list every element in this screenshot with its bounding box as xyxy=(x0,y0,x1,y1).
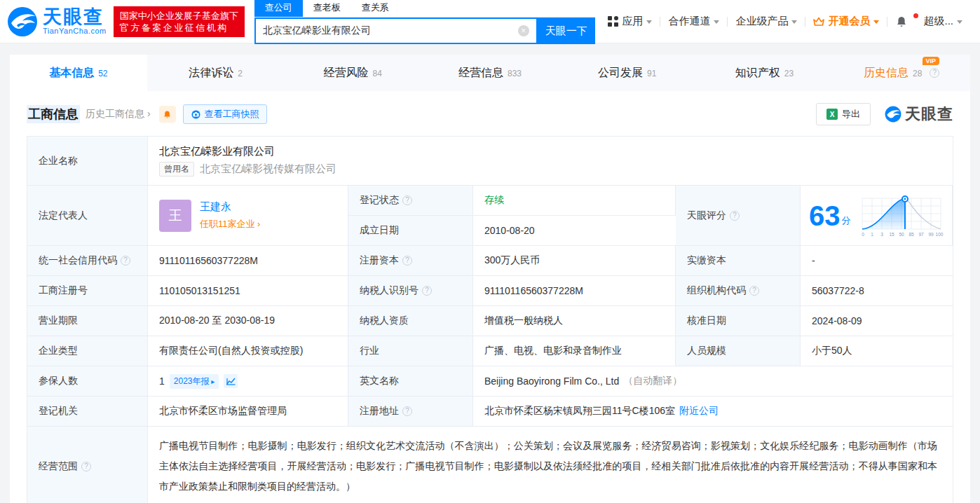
help-icon[interactable] xyxy=(402,195,412,205)
search-clear-icon[interactable] xyxy=(518,25,529,36)
tab-history-info[interactable]: VIP 历史信息 28 xyxy=(833,55,970,91)
help-icon[interactable] xyxy=(81,462,91,471)
reg-authority-value: 北京市怀柔区市场监督管理局 xyxy=(148,397,348,427)
table-row: 参保人数 1 2023年报 英文名称 Beijing Baoyirong Fil… xyxy=(27,366,953,397)
trend-chart-icon[interactable] xyxy=(224,374,238,388)
company-type-value: 有限责任公司(自然人投资或控股) xyxy=(148,336,348,366)
reg-address-cell: 北京市怀柔区杨宋镇凤翔三园11号C楼106室 附近公司 xyxy=(473,397,953,427)
table-row: 经营范围 广播电视节目制作；电影摄制；电影发行；组织文化艺术交流活动（不含演出）… xyxy=(27,427,953,503)
svg-text:1: 1 xyxy=(871,232,873,237)
tianyancha-logo[interactable]: 天眼查 TianYanCha.com xyxy=(7,6,107,37)
help-icon[interactable] xyxy=(121,256,130,266)
insured-cell: 1 2023年报 xyxy=(148,366,348,397)
field-label: 法定代表人 xyxy=(27,186,148,246)
table-row: 统一社会信用代码 91110116560377228M 注册资本 300万人民币… xyxy=(27,246,953,276)
crown-icon xyxy=(813,17,824,27)
legal-rep-companies-link[interactable]: 任职11家企业 xyxy=(200,218,260,230)
auto-translate-note: （自动翻译） xyxy=(623,375,682,387)
help-icon[interactable] xyxy=(930,68,939,78)
nav-coop[interactable]: 合作通道 xyxy=(660,15,727,28)
nav-apps[interactable]: 应用 xyxy=(600,15,660,28)
tab-intellectual-property[interactable]: 知识产权 23 xyxy=(696,55,833,91)
nav-super-vip[interactable]: 超级... xyxy=(916,15,970,28)
help-icon[interactable] xyxy=(402,406,412,416)
search-tab-company[interactable]: 查公司 xyxy=(254,0,303,17)
watermark-logo-icon xyxy=(885,106,901,123)
field-label: 注册资本 xyxy=(348,246,473,276)
tab-operating-risk[interactable]: 经营风险 84 xyxy=(284,55,421,91)
main-card: 基本信息 52 法律诉讼 2 经营风险 84 经营信息 833 公司发展 91 … xyxy=(10,55,970,503)
help-icon[interactable] xyxy=(749,286,759,296)
chart-axis-labels: 0 1 3 15 50 85 97 99 100 xyxy=(862,232,944,237)
table-row: 法定代表人 王 王建永 任职11家企业 登记状态 存续 天眼评分 63 分 xyxy=(27,186,953,246)
est-date-value: 2010-08-20 xyxy=(473,216,676,246)
tab-basic-info[interactable]: 基本信息 52 xyxy=(10,55,147,91)
score-cell[interactable]: 63 分 xyxy=(801,186,953,246)
field-label: 统一社会信用代码 xyxy=(27,246,148,276)
monitor-bell-button[interactable] xyxy=(159,106,176,123)
field-label: 纳税人识别号 xyxy=(348,276,473,306)
tab-company-development[interactable]: 公司发展 91 xyxy=(559,55,696,91)
score-value: 63 xyxy=(809,202,841,230)
field-label: 组织机构代码 xyxy=(676,276,801,306)
vip-badge: VIP xyxy=(923,57,940,65)
chevron-down-icon xyxy=(646,20,652,24)
help-icon[interactable] xyxy=(730,211,740,221)
org-code-value: 56037722-8 xyxy=(801,276,953,306)
search-tab-relation[interactable]: 查关系 xyxy=(351,0,400,17)
paid-capital-value: - xyxy=(801,246,953,276)
reg-capital-value: 300万人民币 xyxy=(473,246,676,276)
svg-text:3: 3 xyxy=(880,232,883,237)
nearby-companies-link[interactable]: 附近公司 xyxy=(679,405,719,418)
table-row: 营业期限 2010-08-20 至 2030-08-19 纳税人资质 增值税一般… xyxy=(27,306,953,336)
section-toolbar: 工商信息 历史工商信息 查看工商快照 X 导出 xyxy=(10,91,970,135)
export-button[interactable]: X 导出 xyxy=(816,103,871,125)
legal-rep-cell: 王 王建永 任职11家企业 xyxy=(148,186,348,246)
camera-icon xyxy=(191,110,201,119)
approval-date-value: 2024-08-09 xyxy=(801,306,953,336)
staff-size-value: 小于50人 xyxy=(801,336,953,366)
tab-operating-info[interactable]: 经营信息 833 xyxy=(421,55,559,91)
tianyancha-logo-icon xyxy=(7,6,38,37)
english-name-cell: Beijing Baoyirong Film Co., Ltd （自动翻译） xyxy=(473,366,953,397)
search-button[interactable]: 天眼一下 xyxy=(538,18,595,44)
field-label: 参保人数 xyxy=(27,366,148,397)
industry-value: 广播、电视、电影和录音制作业 xyxy=(473,336,676,366)
search-input[interactable] xyxy=(263,25,518,36)
annual-report-badge[interactable]: 2023年报 xyxy=(170,374,219,389)
nav-enterprise[interactable]: 企业级产品 xyxy=(728,15,805,28)
top-header: 天眼查 TianYanCha.com 国家中小企业发展子基金旗下 官方备案企业征… xyxy=(0,0,980,43)
search-area: 查公司 查老板 查关系 天眼一下 xyxy=(254,0,595,44)
english-name: Beijing Baoyirong Film Co., Ltd xyxy=(484,375,619,387)
help-icon[interactable] xyxy=(422,286,432,296)
legal-rep-name-link[interactable]: 王建永 xyxy=(200,200,260,214)
avatar[interactable]: 王 xyxy=(159,200,191,232)
former-name-badge: 曾用名 xyxy=(159,162,194,177)
insured-count: 1 xyxy=(159,375,165,387)
history-business-info-link[interactable]: 历史工商信息 xyxy=(86,108,151,120)
company-name-cell: 北京宝亿嵘影业有限公司 曾用名 北京宝亿嵘影视传媒有限公司 xyxy=(148,137,953,186)
nav-notifications[interactable] xyxy=(887,15,916,28)
field-label: 工商注册号 xyxy=(27,276,148,306)
field-label: 成立日期 xyxy=(348,216,473,246)
nav-vip[interactable]: 开通会员 xyxy=(805,15,887,28)
search-tab-boss[interactable]: 查老板 xyxy=(303,0,351,17)
certification-badge: 国家中小企业发展子基金旗下 官方备案企业征信机构 xyxy=(114,6,245,37)
credit-code-value: 91110116560377228M xyxy=(148,246,348,276)
svg-text:85: 85 xyxy=(908,232,914,237)
former-name: 北京宝亿嵘影视传媒有限公司 xyxy=(200,163,336,176)
company-tabbar: 基本信息 52 法律诉讼 2 经营风险 84 经营信息 833 公司发展 91 … xyxy=(10,55,970,91)
section-title: 工商信息 xyxy=(27,105,80,123)
svg-text:100: 100 xyxy=(935,232,943,237)
help-icon[interactable] xyxy=(402,256,412,266)
reg-status-value: 存续 xyxy=(473,186,676,216)
field-label: 企业类型 xyxy=(27,336,148,366)
snapshot-button[interactable]: 查看工商快照 xyxy=(183,104,267,124)
taxpayer-quality-value: 增值税一般纳税人 xyxy=(473,306,676,336)
table-row: 工商注册号 110105013151251 纳税人识别号 91110116560… xyxy=(27,276,953,306)
chevron-down-icon xyxy=(714,20,719,24)
chevron-down-icon xyxy=(957,20,962,24)
table-row: 企业名称 北京宝亿嵘影业有限公司 曾用名 北京宝亿嵘影视传媒有限公司 xyxy=(27,137,953,186)
tab-legal-cases[interactable]: 法律诉讼 2 xyxy=(147,55,285,91)
business-scope-value: 广播电视节目制作；电影摄制；电影发行；组织文化艺术交流活动（不含演出）；公关策划… xyxy=(148,427,953,503)
